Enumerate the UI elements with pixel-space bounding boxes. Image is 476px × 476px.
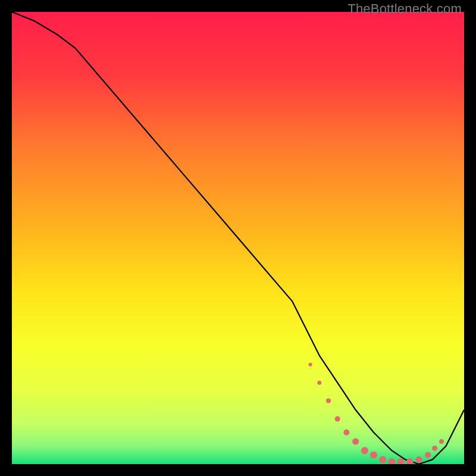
- highlight-dot: [309, 363, 312, 367]
- chart-frame: [12, 12, 464, 464]
- highlight-dot: [432, 446, 437, 451]
- highlight-dot: [379, 456, 386, 463]
- chart-svg: [12, 12, 464, 464]
- highlight-dot: [352, 439, 359, 445]
- watermark-text: TheBottleneck.com: [347, 1, 462, 17]
- highlight-dot: [326, 399, 331, 403]
- highlight-dot: [425, 452, 431, 458]
- highlight-dot: [361, 447, 368, 454]
- highlight-dot: [370, 452, 377, 459]
- highlight-dot: [416, 456, 422, 463]
- highlight-dot: [317, 381, 321, 385]
- highlight-dot: [343, 430, 349, 436]
- highlight-dot: [439, 439, 444, 444]
- highlight-dot: [335, 416, 340, 422]
